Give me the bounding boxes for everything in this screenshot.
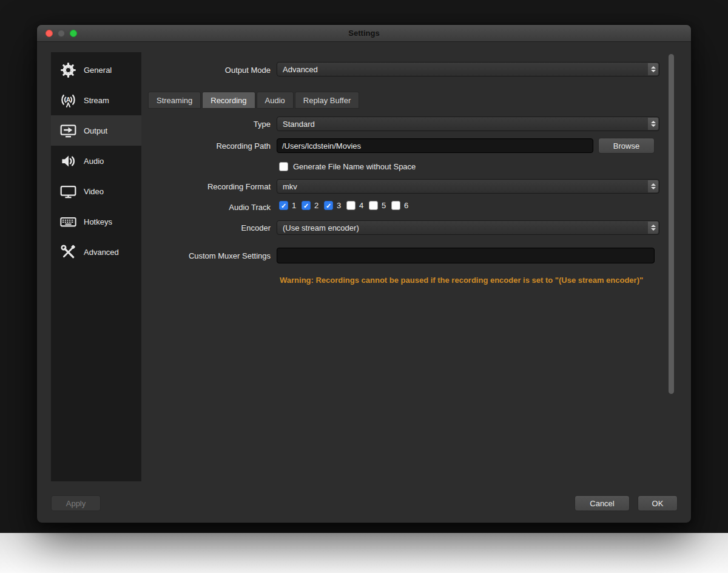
window-title: Settings [37, 25, 691, 42]
audio-track-3: 3 [324, 201, 341, 210]
tab-streaming[interactable]: Streaming [148, 92, 201, 109]
audio-track-5-checkbox[interactable] [369, 201, 378, 210]
tab-recording[interactable]: Recording [202, 92, 255, 109]
tab-audio[interactable]: Audio [257, 92, 294, 109]
output-mode-value: Advanced [283, 65, 318, 74]
recording-path-input[interactable] [277, 138, 593, 153]
no-space-label: Generate File Name without Space [293, 162, 416, 171]
type-label: Type [73, 119, 271, 129]
recording-format-value: mkv [283, 182, 297, 191]
output-tabs: Streaming Recording Audio Replay Buffer [148, 92, 359, 109]
desktop-floor [0, 533, 728, 573]
sidebar-item-label: Audio [84, 157, 104, 166]
encoder-warning-text: Warning: Recordings cannot be paused if … [280, 275, 651, 285]
encoder-select[interactable]: (Use stream encoder) [277, 220, 659, 235]
browse-button[interactable]: Browse [598, 138, 655, 154]
audio-track-1-checkbox[interactable] [279, 201, 288, 210]
audio-track-4: 4 [346, 201, 363, 210]
recording-format-label: Recording Format [73, 181, 271, 192]
audio-track-label: Audio Track [73, 202, 271, 212]
svg-text:A: A [66, 96, 70, 103]
audio-track-1: 1 [279, 201, 296, 210]
audio-track-6: 6 [391, 201, 408, 210]
zoom-window-button[interactable] [70, 30, 77, 37]
recording-format-select[interactable]: mkv [277, 179, 659, 194]
audio-track-3-number: 3 [337, 201, 341, 210]
sidebar: General A Stream [51, 52, 141, 481]
close-window-button[interactable] [46, 30, 53, 37]
stepper-icon [648, 180, 658, 192]
audio-track-4-number: 4 [359, 201, 363, 210]
audio-track-2: 2 [302, 201, 318, 210]
minimize-window-button[interactable] [58, 30, 65, 37]
output-mode-label: Output Mode [73, 65, 271, 75]
audio-track-6-number: 6 [404, 201, 408, 210]
audio-track-2-checkbox[interactable] [302, 201, 311, 210]
type-value: Standard [283, 120, 315, 129]
desktop-background: Settings [0, 0, 728, 573]
recording-path-label: Recording Path [73, 141, 271, 151]
type-select[interactable]: Standard [277, 117, 659, 131]
ok-button[interactable]: OK [638, 495, 678, 511]
stepper-icon [648, 118, 658, 130]
cancel-button[interactable]: Cancel [575, 495, 630, 511]
broadcast-icon: A [59, 91, 77, 109]
output-mode-select[interactable]: Advanced [277, 62, 659, 76]
encoder-label: Encoder [73, 223, 271, 233]
audio-track-6-checkbox[interactable] [391, 201, 400, 210]
traffic-lights [46, 30, 77, 37]
stepper-icon [648, 222, 658, 234]
stepper-icon [648, 63, 658, 75]
encoder-value: (Use stream encoder) [283, 223, 359, 232]
audio-track-1-number: 1 [292, 201, 296, 210]
sidebar-item-stream[interactable]: A Stream [51, 85, 141, 115]
muxer-label: Custom Muxer Settings [73, 251, 271, 261]
muxer-input[interactable] [277, 248, 655, 263]
speaker-icon [59, 152, 77, 170]
audio-track-5-number: 5 [382, 201, 386, 210]
apply-button[interactable]: Apply [51, 495, 101, 511]
settings-window: Settings [36, 24, 692, 523]
audio-track-5: 5 [369, 201, 386, 210]
no-space-checkbox[interactable] [279, 162, 288, 171]
audio-track-3-checkbox[interactable] [324, 201, 333, 210]
scrollbar-thumb[interactable] [669, 54, 674, 394]
sidebar-item-label: Stream [84, 96, 109, 105]
audio-track-4-checkbox[interactable] [346, 201, 356, 210]
no-space-checkbox-row: Generate File Name without Space [279, 162, 416, 171]
tab-replay-buffer[interactable]: Replay Buffer [295, 92, 360, 109]
titlebar: Settings [37, 25, 691, 42]
audio-track-2-number: 2 [314, 201, 318, 210]
